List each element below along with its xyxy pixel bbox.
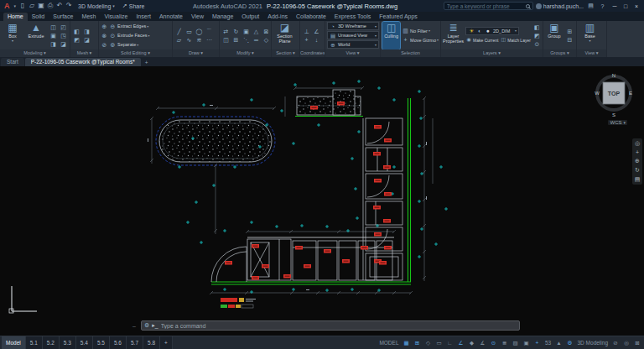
search-box[interactable] <box>444 2 533 10</box>
modeling-tool-icon[interactable]: ◰ <box>59 23 68 31</box>
counter-island[interactable] <box>156 117 275 165</box>
solid-tool-icon[interactable]: ⊙ <box>109 32 117 39</box>
layer-tool-icon[interactable]: ⊙ <box>532 40 542 48</box>
solid-editing-row[interactable]: ⊕ ⊖ Extract Edges ▾ <box>101 22 149 30</box>
new-drawing-tab-button[interactable]: + <box>142 60 152 66</box>
layout-tab[interactable]: 5.1 <box>26 336 43 349</box>
ribbon-tab[interactable]: Visualize <box>101 13 132 21</box>
showmotion-icon[interactable]: ▤ <box>633 176 641 183</box>
modeling-tool-icon[interactable]: ◳ <box>59 32 68 39</box>
ribbon-tab[interactable]: Insert <box>132 13 155 21</box>
object-snap-icon[interactable]: ⊙ <box>489 338 499 348</box>
coordinates-tool-icon[interactable]: + <box>302 36 311 44</box>
right-cabinet-column[interactable] <box>363 118 402 280</box>
draw-tool-icon[interactable]: ▱ <box>174 36 184 44</box>
mesh-tool-icon[interactable]: ◩ <box>72 36 81 44</box>
modify-tool-icon[interactable]: ⋱ <box>242 36 251 44</box>
modify-tool-icon[interactable]: ▣ <box>242 28 251 35</box>
mesh-tool-icon[interactable]: ◨ <box>82 28 91 35</box>
coordinates-tool-icon[interactable]: ⊥ <box>302 28 311 35</box>
section-plane-button[interactable]: ◪ Section Plane <box>273 22 296 49</box>
modify-tool-icon[interactable]: ⊞ <box>231 36 241 44</box>
workspace-gear-icon[interactable]: ⚙ <box>565 338 575 348</box>
draw-tool-icon[interactable]: ≋ <box>195 36 204 44</box>
draw-tool-icon[interactable]: ⌒ <box>205 28 214 35</box>
modeling-tool-icon[interactable]: ▣ <box>49 32 58 39</box>
match-layer-button[interactable]: ◫ Match Layer <box>500 36 531 44</box>
solid-tool-icon[interactable]: ⊗ <box>101 32 108 39</box>
signed-in-user[interactable]: harshad.puch... <box>536 3 584 9</box>
layer-dropdown[interactable]: ☀ ◐ ● 2D_DIM ▾ <box>465 27 519 35</box>
new-layout-button[interactable]: + <box>160 336 173 349</box>
command-line-grip[interactable]: ‒ <box>132 323 136 329</box>
ribbon-tab[interactable]: Home <box>3 13 28 21</box>
autocad-logo-icon[interactable]: A <box>3 2 12 11</box>
open-file-icon[interactable]: ▱ <box>28 2 36 10</box>
annotation-scale-label[interactable]: 53 <box>543 338 553 348</box>
solid-tool-icon[interactable]: ⊚ <box>109 41 117 49</box>
panel-label[interactable]: Groups ▾ <box>543 49 576 57</box>
ribbon-tab[interactable]: Express Tools <box>330 13 375 21</box>
layout-tab[interactable]: 5.6 <box>110 336 127 349</box>
ribbon-tab[interactable]: Manage <box>208 13 237 21</box>
isodraft-icon[interactable]: ◆ <box>467 338 477 348</box>
workspace-label[interactable]: 3D Modeling <box>576 338 610 348</box>
grid-icon[interactable]: ▦ <box>402 338 412 348</box>
isolate-objects-icon[interactable]: ◎ <box>621 338 631 348</box>
layout-tab[interactable]: 5.4 <box>76 336 93 349</box>
search-input[interactable] <box>447 3 524 9</box>
minimize-button[interactable]: ─ <box>610 3 620 9</box>
panel-label[interactable]: View ▾ <box>325 49 380 57</box>
snap-icon[interactable]: ⊞ <box>413 338 423 348</box>
modeling-tool-icon[interactable]: ◨ <box>49 40 58 48</box>
new-file-icon[interactable]: ▯ <box>18 2 27 10</box>
undo-icon[interactable]: ↶ <box>55 2 64 10</box>
panel-label[interactable]: Modify ▾ <box>220 49 271 57</box>
help-icon[interactable]: ? <box>598 3 607 9</box>
modeling-tool-icon[interactable]: ◫ <box>49 23 58 31</box>
base-view-button[interactable]: ▥ Base ▾ <box>579 22 601 49</box>
group-button[interactable]: ▣ Group <box>545 22 564 49</box>
file-tab[interactable]: P-22-1096-05 Casework @Typical Rooms* <box>25 58 141 66</box>
modify-tool-icon[interactable]: ◫ <box>221 36 231 44</box>
modify-tool-icon[interactable]: △ <box>252 28 261 35</box>
transparency-icon[interactable]: ▨ <box>511 338 521 348</box>
ribbon-tab[interactable]: Mesh <box>77 13 100 21</box>
command-input[interactable] <box>161 323 517 329</box>
plot-icon[interactable]: ⎙ <box>46 2 55 10</box>
box-tool-button[interactable]: ▦ Box ▾ <box>2 22 23 49</box>
panel-label[interactable]: Mesh ▾ <box>70 49 98 57</box>
modify-tool-icon[interactable]: ⊠ <box>262 28 271 35</box>
solid-tool-icon[interactable]: ⊘ <box>101 41 108 49</box>
mesh-tool-icon[interactable]: ◪ <box>82 36 91 44</box>
visual-style-dropdown[interactable]: ◔ 3D Wireframe ▾ <box>327 22 379 30</box>
model-space-button[interactable]: MODEL <box>377 338 400 348</box>
panel-label[interactable]: View ▾ <box>577 49 606 57</box>
selection-cycling-icon[interactable]: ▣ <box>522 338 532 348</box>
annotation-visibility-icon[interactable]: ▲ <box>554 338 564 348</box>
clean-screen-icon[interactable]: ⊠ <box>632 338 642 348</box>
solid-editing-row[interactable]: ⊗ ⊙ Extrude Faces ▾ <box>101 31 149 39</box>
draw-tool-icon[interactable]: ⋯ <box>205 36 214 44</box>
make-current-button[interactable]: ◉ Make Current <box>465 36 498 44</box>
panel-label[interactable]: Selection <box>381 49 440 57</box>
mesh-tool-icon[interactable]: ◧ <box>72 28 81 35</box>
modify-tool-icon[interactable]: ↻ <box>231 28 241 35</box>
ribbon-tab[interactable]: Featured Apps <box>375 13 422 21</box>
selection-dropdown[interactable]: + Move Gizmo ▾ <box>402 36 439 44</box>
lock-ui-icon[interactable]: ⊘ <box>610 338 621 348</box>
dynamic-input-icon[interactable]: ▭ <box>434 338 444 348</box>
layer-tool-icon[interactable]: ◩ <box>532 32 542 39</box>
draw-tool-icon[interactable]: ◯ <box>195 28 204 35</box>
panel-label[interactable]: Solid Editing ▾ <box>99 49 172 57</box>
layout-tab[interactable]: 5.2 <box>43 336 60 349</box>
pan-icon[interactable]: + <box>633 149 641 155</box>
coordinates-tool-icon[interactable]: ∠ <box>312 28 321 35</box>
ribbon-tab[interactable]: View <box>187 13 208 21</box>
selection-dropdown[interactable]: ▥ No Filter ▾ <box>402 27 439 35</box>
culling-toggle-button[interactable]: ◫ Culling <box>382 22 400 49</box>
file-tab[interactable]: Start <box>1 58 24 66</box>
orbit-icon[interactable]: ↻ <box>633 167 641 174</box>
share-button[interactable]: ↗ Share <box>120 3 148 9</box>
infer-constraints-icon[interactable]: ◇ <box>423 338 434 348</box>
